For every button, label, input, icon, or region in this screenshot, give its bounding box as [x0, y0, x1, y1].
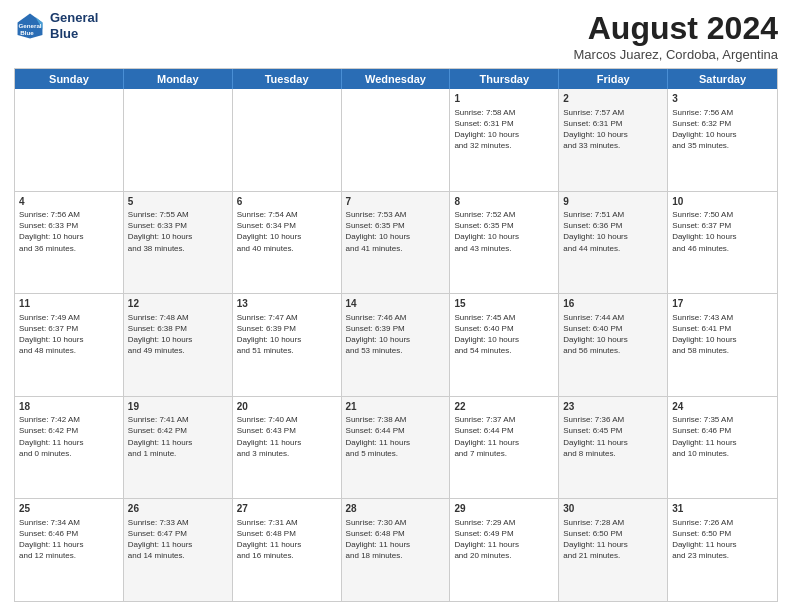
calendar-cell: 26Sunrise: 7:33 AM Sunset: 6:47 PM Dayli… — [124, 499, 233, 601]
day-number: 31 — [672, 502, 773, 516]
day-header-saturday: Saturday — [668, 69, 777, 89]
calendar-cell: 7Sunrise: 7:53 AM Sunset: 6:35 PM Daylig… — [342, 192, 451, 294]
header: General Blue General Blue August 2024 Ma… — [14, 10, 778, 62]
calendar-cell: 4Sunrise: 7:56 AM Sunset: 6:33 PM Daylig… — [15, 192, 124, 294]
day-number: 10 — [672, 195, 773, 209]
calendar-cell — [124, 89, 233, 191]
calendar-cell: 24Sunrise: 7:35 AM Sunset: 6:46 PM Dayli… — [668, 397, 777, 499]
calendar-cell — [342, 89, 451, 191]
day-header-thursday: Thursday — [450, 69, 559, 89]
calendar-cell: 20Sunrise: 7:40 AM Sunset: 6:43 PM Dayli… — [233, 397, 342, 499]
day-number: 6 — [237, 195, 337, 209]
week-row-1: 1Sunrise: 7:58 AM Sunset: 6:31 PM Daylig… — [15, 89, 777, 192]
cell-text: Sunrise: 7:56 AM Sunset: 6:33 PM Dayligh… — [19, 209, 119, 254]
day-number: 12 — [128, 297, 228, 311]
cell-text: Sunrise: 7:30 AM Sunset: 6:48 PM Dayligh… — [346, 517, 446, 562]
calendar: SundayMondayTuesdayWednesdayThursdayFrid… — [14, 68, 778, 602]
cell-text: Sunrise: 7:43 AM Sunset: 6:41 PM Dayligh… — [672, 312, 773, 357]
calendar-cell: 30Sunrise: 7:28 AM Sunset: 6:50 PM Dayli… — [559, 499, 668, 601]
day-number: 22 — [454, 400, 554, 414]
calendar-cell: 16Sunrise: 7:44 AM Sunset: 6:40 PM Dayli… — [559, 294, 668, 396]
calendar-cell: 2Sunrise: 7:57 AM Sunset: 6:31 PM Daylig… — [559, 89, 668, 191]
cell-text: Sunrise: 7:49 AM Sunset: 6:37 PM Dayligh… — [19, 312, 119, 357]
cell-text: Sunrise: 7:37 AM Sunset: 6:44 PM Dayligh… — [454, 414, 554, 459]
calendar-cell: 10Sunrise: 7:50 AM Sunset: 6:37 PM Dayli… — [668, 192, 777, 294]
subtitle: Marcos Juarez, Cordoba, Argentina — [574, 47, 779, 62]
title-block: August 2024 Marcos Juarez, Cordoba, Arge… — [574, 10, 779, 62]
day-number: 13 — [237, 297, 337, 311]
cell-text: Sunrise: 7:34 AM Sunset: 6:46 PM Dayligh… — [19, 517, 119, 562]
calendar-cell: 13Sunrise: 7:47 AM Sunset: 6:39 PM Dayli… — [233, 294, 342, 396]
calendar-cell: 14Sunrise: 7:46 AM Sunset: 6:39 PM Dayli… — [342, 294, 451, 396]
day-number: 7 — [346, 195, 446, 209]
cell-text: Sunrise: 7:40 AM Sunset: 6:43 PM Dayligh… — [237, 414, 337, 459]
calendar-body: 1Sunrise: 7:58 AM Sunset: 6:31 PM Daylig… — [15, 89, 777, 601]
day-header-tuesday: Tuesday — [233, 69, 342, 89]
day-number: 20 — [237, 400, 337, 414]
calendar-cell: 21Sunrise: 7:38 AM Sunset: 6:44 PM Dayli… — [342, 397, 451, 499]
logo: General Blue General Blue — [14, 10, 98, 42]
calendar-cell: 18Sunrise: 7:42 AM Sunset: 6:42 PM Dayli… — [15, 397, 124, 499]
cell-text: Sunrise: 7:50 AM Sunset: 6:37 PM Dayligh… — [672, 209, 773, 254]
logo-icon: General Blue — [14, 10, 46, 42]
page: General Blue General Blue August 2024 Ma… — [0, 0, 792, 612]
calendar-cell: 12Sunrise: 7:48 AM Sunset: 6:38 PM Dayli… — [124, 294, 233, 396]
logo-text: General Blue — [50, 10, 98, 41]
day-number: 30 — [563, 502, 663, 516]
calendar-cell: 28Sunrise: 7:30 AM Sunset: 6:48 PM Dayli… — [342, 499, 451, 601]
cell-text: Sunrise: 7:57 AM Sunset: 6:31 PM Dayligh… — [563, 107, 663, 152]
cell-text: Sunrise: 7:33 AM Sunset: 6:47 PM Dayligh… — [128, 517, 228, 562]
day-header-sunday: Sunday — [15, 69, 124, 89]
cell-text: Sunrise: 7:44 AM Sunset: 6:40 PM Dayligh… — [563, 312, 663, 357]
day-number: 1 — [454, 92, 554, 106]
day-header-wednesday: Wednesday — [342, 69, 451, 89]
day-number: 19 — [128, 400, 228, 414]
cell-text: Sunrise: 7:46 AM Sunset: 6:39 PM Dayligh… — [346, 312, 446, 357]
day-header-friday: Friday — [559, 69, 668, 89]
svg-text:General: General — [18, 22, 41, 29]
day-number: 5 — [128, 195, 228, 209]
day-number: 24 — [672, 400, 773, 414]
cell-text: Sunrise: 7:28 AM Sunset: 6:50 PM Dayligh… — [563, 517, 663, 562]
calendar-cell: 23Sunrise: 7:36 AM Sunset: 6:45 PM Dayli… — [559, 397, 668, 499]
svg-text:Blue: Blue — [20, 29, 34, 36]
calendar-cell: 3Sunrise: 7:56 AM Sunset: 6:32 PM Daylig… — [668, 89, 777, 191]
cell-text: Sunrise: 7:31 AM Sunset: 6:48 PM Dayligh… — [237, 517, 337, 562]
calendar-cell: 22Sunrise: 7:37 AM Sunset: 6:44 PM Dayli… — [450, 397, 559, 499]
calendar-cell: 11Sunrise: 7:49 AM Sunset: 6:37 PM Dayli… — [15, 294, 124, 396]
cell-text: Sunrise: 7:45 AM Sunset: 6:40 PM Dayligh… — [454, 312, 554, 357]
cell-text: Sunrise: 7:35 AM Sunset: 6:46 PM Dayligh… — [672, 414, 773, 459]
calendar-cell: 9Sunrise: 7:51 AM Sunset: 6:36 PM Daylig… — [559, 192, 668, 294]
cell-text: Sunrise: 7:53 AM Sunset: 6:35 PM Dayligh… — [346, 209, 446, 254]
calendar-cell: 27Sunrise: 7:31 AM Sunset: 6:48 PM Dayli… — [233, 499, 342, 601]
calendar-cell: 19Sunrise: 7:41 AM Sunset: 6:42 PM Dayli… — [124, 397, 233, 499]
day-number: 9 — [563, 195, 663, 209]
cell-text: Sunrise: 7:47 AM Sunset: 6:39 PM Dayligh… — [237, 312, 337, 357]
day-number: 28 — [346, 502, 446, 516]
calendar-cell — [233, 89, 342, 191]
cell-text: Sunrise: 7:55 AM Sunset: 6:33 PM Dayligh… — [128, 209, 228, 254]
day-number: 23 — [563, 400, 663, 414]
calendar-cell — [15, 89, 124, 191]
day-number: 27 — [237, 502, 337, 516]
day-number: 29 — [454, 502, 554, 516]
cell-text: Sunrise: 7:48 AM Sunset: 6:38 PM Dayligh… — [128, 312, 228, 357]
cell-text: Sunrise: 7:29 AM Sunset: 6:49 PM Dayligh… — [454, 517, 554, 562]
cell-text: Sunrise: 7:51 AM Sunset: 6:36 PM Dayligh… — [563, 209, 663, 254]
day-number: 3 — [672, 92, 773, 106]
day-number: 15 — [454, 297, 554, 311]
cell-text: Sunrise: 7:42 AM Sunset: 6:42 PM Dayligh… — [19, 414, 119, 459]
day-number: 21 — [346, 400, 446, 414]
calendar-cell: 1Sunrise: 7:58 AM Sunset: 6:31 PM Daylig… — [450, 89, 559, 191]
calendar-cell: 25Sunrise: 7:34 AM Sunset: 6:46 PM Dayli… — [15, 499, 124, 601]
cell-text: Sunrise: 7:58 AM Sunset: 6:31 PM Dayligh… — [454, 107, 554, 152]
cell-text: Sunrise: 7:36 AM Sunset: 6:45 PM Dayligh… — [563, 414, 663, 459]
cell-text: Sunrise: 7:41 AM Sunset: 6:42 PM Dayligh… — [128, 414, 228, 459]
week-row-5: 25Sunrise: 7:34 AM Sunset: 6:46 PM Dayli… — [15, 499, 777, 601]
week-row-2: 4Sunrise: 7:56 AM Sunset: 6:33 PM Daylig… — [15, 192, 777, 295]
cell-text: Sunrise: 7:52 AM Sunset: 6:35 PM Dayligh… — [454, 209, 554, 254]
day-number: 25 — [19, 502, 119, 516]
day-header-monday: Monday — [124, 69, 233, 89]
cell-text: Sunrise: 7:54 AM Sunset: 6:34 PM Dayligh… — [237, 209, 337, 254]
week-row-3: 11Sunrise: 7:49 AM Sunset: 6:37 PM Dayli… — [15, 294, 777, 397]
